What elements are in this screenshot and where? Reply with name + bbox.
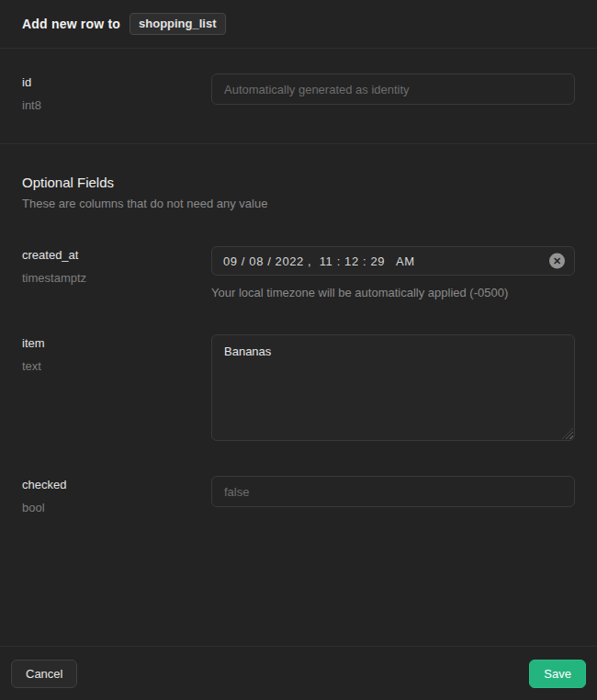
clear-datetime-icon[interactable]: ✕: [549, 254, 565, 269]
optional-rows: created_at timestamptz 09 / 08 / 2022 , …: [22, 246, 575, 514]
field-control-created-at: 09 / 08 / 2022 , 11 : 12 : 29 AM ✕ Your …: [211, 246, 575, 299]
id-input[interactable]: [211, 73, 575, 105]
field-type-item: text: [22, 359, 211, 373]
optional-fields-section: Optional Fields These are columns that d…: [0, 144, 597, 514]
field-control-id: [211, 73, 575, 105]
save-button[interactable]: Save: [529, 660, 586, 688]
field-row-item: item text Bananas: [22, 334, 575, 441]
created-at-datetime-input[interactable]: 09 / 08 / 2022 , 11 : 12 : 29 AM ✕: [211, 246, 575, 276]
table-name-badge: shopping_list: [130, 13, 226, 35]
field-labels-item: item text: [22, 334, 211, 373]
field-row-created-at: created_at timestamptz 09 / 08 / 2022 , …: [22, 246, 575, 299]
field-type-id: int8: [22, 98, 211, 112]
page-title: Add new row to: [22, 17, 120, 31]
optional-fields-title: Optional Fields: [22, 175, 575, 190]
item-textarea[interactable]: Bananas: [211, 334, 575, 441]
created-at-value: 09 / 08 / 2022 , 11 : 12 : 29 AM: [223, 254, 415, 268]
add-row-panel: Add new row to shopping_list id int8 Opt…: [0, 0, 597, 700]
field-row-id: id int8: [22, 73, 575, 112]
cancel-button[interactable]: Cancel: [11, 660, 77, 688]
field-label-checked: checked: [22, 478, 211, 491]
panel-footer: Cancel Save: [0, 646, 597, 700]
checked-input[interactable]: [211, 476, 575, 507]
field-control-checked: [211, 476, 575, 507]
field-label-created-at: created_at: [22, 248, 211, 262]
field-label-id: id: [22, 75, 211, 89]
required-fields-section: id int8: [0, 49, 597, 144]
field-row-checked: checked bool: [22, 476, 575, 514]
field-label-item: item: [22, 336, 211, 350]
item-textarea-wrap: Bananas: [211, 334, 575, 441]
optional-fields-subtitle: These are columns that do not need any v…: [22, 197, 575, 210]
field-labels-created-at: created_at timestamptz: [22, 246, 211, 285]
panel-header: Add new row to shopping_list: [0, 0, 597, 49]
field-control-item: Bananas: [211, 334, 575, 441]
field-type-checked: bool: [22, 501, 211, 514]
field-type-created-at: timestamptz: [22, 271, 211, 285]
field-labels-id: id int8: [22, 73, 211, 112]
timezone-helper-text: Your local timezone will be automaticall…: [211, 286, 575, 299]
field-labels-checked: checked bool: [22, 476, 211, 514]
